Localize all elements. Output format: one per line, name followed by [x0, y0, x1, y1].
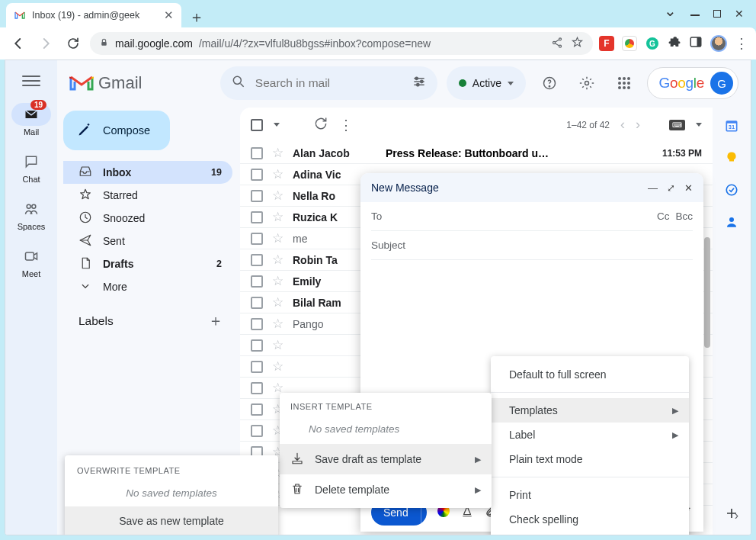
browser-back-button[interactable]: [8, 33, 29, 54]
search-bar[interactable]: [220, 66, 437, 100]
select-dropdown-icon[interactable]: [274, 123, 280, 127]
save-draft-as-template[interactable]: Save draft as template ▶: [280, 444, 492, 474]
rail-chat[interactable]: Chat: [11, 150, 51, 184]
star-icon[interactable]: ☆: [272, 230, 284, 246]
mail-row[interactable]: ☆ Alan Jacob Press Release: Buttonboard …: [240, 143, 713, 164]
support-icon[interactable]: [535, 68, 563, 98]
status-chip[interactable]: Active: [447, 66, 526, 100]
input-tools-icon[interactable]: ⌨: [669, 120, 685, 130]
compose-subject-row[interactable]: Subject: [371, 231, 693, 260]
star-icon[interactable]: ☆: [272, 358, 284, 374]
tasks-addon-icon[interactable]: [724, 182, 739, 198]
menu-label[interactable]: Label▶: [491, 423, 689, 447]
window-close-icon[interactable]: [735, 8, 744, 20]
mail-checkbox[interactable]: [251, 318, 263, 330]
menu-templates[interactable]: Templates▶: [491, 398, 689, 423]
google-apps-icon[interactable]: [610, 68, 638, 98]
folder-starred[interactable]: Starred: [63, 184, 232, 207]
rail-mail[interactable]: 19 Mail: [11, 103, 51, 137]
side-panel-collapse-icon[interactable]: ›: [735, 509, 738, 522]
calendar-addon-icon[interactable]: 31: [724, 118, 739, 133]
tab-close-icon[interactable]: ✕: [164, 8, 174, 22]
extension-flipboard-icon[interactable]: F: [599, 36, 614, 51]
compose-to-row[interactable]: To Cc Bcc: [371, 202, 693, 231]
menu-plain-text[interactable]: Plain text mode: [491, 447, 689, 471]
folder-drafts[interactable]: Drafts2: [63, 252, 232, 275]
star-icon[interactable]: ☆: [272, 252, 284, 268]
menu-check-spelling[interactable]: Check spelling: [491, 507, 689, 532]
select-all-checkbox[interactable]: [251, 119, 263, 131]
save-as-new-template[interactable]: Save as new template: [65, 506, 278, 535]
inbox-icon: [78, 165, 92, 181]
delete-template[interactable]: Delete template ▶: [280, 474, 492, 505]
window-minimize-icon[interactable]: [690, 14, 700, 16]
bcc-button[interactable]: Bcc: [675, 211, 693, 222]
mail-checkbox[interactable]: [251, 297, 263, 309]
browser-reload-button[interactable]: [62, 33, 84, 54]
folder-label: More: [103, 281, 127, 293]
mail-checkbox[interactable]: [251, 425, 263, 437]
share-icon[interactable]: [551, 37, 563, 51]
compose-button[interactable]: Compose: [63, 111, 170, 150]
scrollbar-thumb[interactable]: [704, 237, 710, 348]
star-icon[interactable]: ☆: [272, 273, 284, 289]
input-tools-dropdown-icon[interactable]: [696, 123, 702, 127]
pager-next-icon[interactable]: ›: [636, 117, 640, 133]
folder-more[interactable]: More: [63, 275, 232, 298]
search-input[interactable]: [255, 76, 402, 90]
mail-checkbox[interactable]: [251, 211, 263, 223]
extensions-puzzle-icon[interactable]: [668, 35, 681, 52]
tabs-dropdown-icon[interactable]: [664, 5, 677, 23]
settings-gear-icon[interactable]: [572, 68, 601, 98]
more-actions-icon[interactable]: ⋮: [339, 117, 353, 133]
mail-checkbox[interactable]: [251, 254, 263, 266]
star-icon[interactable]: ☆: [272, 145, 284, 161]
star-icon[interactable]: ☆: [272, 188, 284, 204]
extension-grammarly-icon[interactable]: G: [645, 36, 660, 51]
browser-forward-button[interactable]: [35, 33, 56, 54]
chrome-profile-avatar[interactable]: [710, 35, 727, 52]
star-icon[interactable]: ☆: [272, 166, 284, 182]
mail-checkbox[interactable]: [251, 169, 263, 181]
extension-icon-2[interactable]: [622, 36, 637, 51]
mail-checkbox[interactable]: [251, 147, 263, 159]
mail-checkbox[interactable]: [251, 233, 263, 245]
add-label-icon[interactable]: ＋: [208, 310, 223, 331]
new-tab-button[interactable]: ＋: [186, 6, 207, 27]
rail-meet[interactable]: Meet: [11, 245, 51, 278]
rail-spaces[interactable]: Spaces: [11, 198, 51, 231]
mail-checkbox[interactable]: [251, 403, 263, 416]
bookmark-star-icon[interactable]: [571, 36, 584, 51]
chrome-menu-icon[interactable]: ⋮: [735, 35, 748, 52]
star-icon[interactable]: ☆: [272, 209, 284, 225]
mail-checkbox[interactable]: [251, 190, 263, 202]
compose-fullscreen-icon[interactable]: ⤢: [667, 182, 675, 194]
compose-close-icon[interactable]: ✕: [684, 182, 693, 194]
mail-checkbox[interactable]: [251, 275, 263, 288]
folder-sent[interactable]: Sent: [63, 230, 232, 252]
side-panel-icon[interactable]: [689, 35, 703, 52]
cc-button[interactable]: Cc: [657, 211, 670, 222]
browser-tab[interactable]: Inbox (19) - admin@geek ✕: [6, 3, 181, 27]
menu-print[interactable]: Print: [491, 483, 689, 507]
star-icon[interactable]: ☆: [272, 316, 284, 332]
contacts-addon-icon[interactable]: [724, 214, 739, 230]
search-options-icon[interactable]: [412, 74, 427, 92]
keep-addon-icon[interactable]: [724, 150, 739, 166]
refresh-icon[interactable]: [313, 116, 328, 134]
menu-default-fullscreen[interactable]: Default to full screen: [491, 362, 689, 387]
star-icon[interactable]: ☆: [272, 294, 284, 310]
compose-minimize-icon[interactable]: —: [648, 182, 658, 194]
mail-checkbox[interactable]: [251, 361, 263, 373]
folder-snoozed[interactable]: Snoozed: [63, 207, 232, 230]
mail-checkbox[interactable]: [251, 339, 263, 352]
folder-inbox[interactable]: Inbox19: [63, 161, 232, 184]
account-pill[interactable]: Google G: [647, 67, 738, 99]
star-icon[interactable]: ☆: [272, 337, 284, 353]
pager-prev-icon[interactable]: ‹: [620, 117, 625, 133]
main-menu-icon[interactable]: [22, 72, 40, 89]
address-bar[interactable]: mail.google.com/mail/u/4/?zx=vlful8u8bgs…: [90, 32, 593, 55]
gmail-logo[interactable]: Gmail: [69, 73, 211, 93]
window-maximize-icon[interactable]: [713, 10, 721, 18]
mail-checkbox[interactable]: [251, 382, 263, 394]
